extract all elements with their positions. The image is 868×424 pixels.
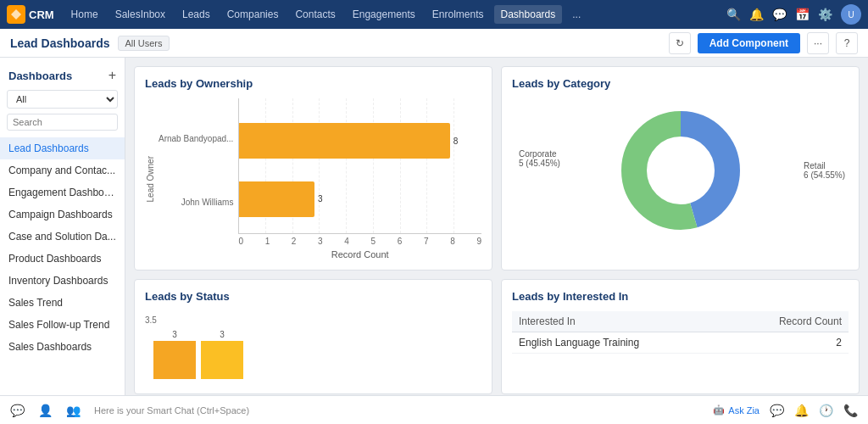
bottom-icon-user[interactable]: 👤 <box>38 404 53 417</box>
nav-salesinbox[interactable]: SalesInbox <box>108 5 172 24</box>
x-tick-4: 4 <box>344 237 349 246</box>
y-axis-title: Lead Owner <box>146 156 155 202</box>
sidebar: Dashboards + All Lead Dashboards Company… <box>0 58 125 395</box>
help-button[interactable]: ? <box>836 32 858 54</box>
sidebar-item-product[interactable]: Product Dashboards <box>0 248 125 270</box>
top-navigation: CRM Home SalesInbox Leads Companies Cont… <box>0 0 868 29</box>
row-value: 2 <box>726 332 849 354</box>
calendar-icon[interactable]: 📅 <box>795 8 810 21</box>
content-area: Leads by Ownership Lead Owner Arnab Band… <box>125 58 868 395</box>
nav-companies[interactable]: Companies <box>220 5 286 24</box>
x-tick-6: 6 <box>398 237 403 246</box>
sidebar-item-lead-dashboards[interactable]: Lead Dashboards <box>0 137 125 159</box>
app-logo[interactable]: CRM <box>7 5 54 24</box>
retail-label: Retail6 (54.55%) <box>804 161 845 180</box>
chat-icon[interactable]: 💬 <box>772 8 787 21</box>
bottom-action-4[interactable]: 📞 <box>843 404 858 417</box>
nav-contacts[interactable]: Contacts <box>288 5 342 24</box>
ownership-card: Leads by Ownership Lead Owner Arnab Band… <box>134 66 492 271</box>
bar-arnab-value: 8 <box>453 137 459 146</box>
status-bar-1-value: 3 <box>172 330 177 339</box>
category-card: Leads by Category Corporate5 (45.45%) <box>501 66 860 271</box>
bottom-icon-group[interactable]: 👥 <box>66 404 81 417</box>
status-bar-1 <box>153 341 196 379</box>
col-header-1: Interested In <box>512 311 726 332</box>
bottom-action-3[interactable]: 🕐 <box>819 404 833 417</box>
status-card: Leads by Status 3.5 3 3 <box>134 279 492 394</box>
search-icon[interactable]: 🔍 <box>726 8 741 21</box>
sidebar-item-company-contact[interactable]: Company and Contac... <box>0 159 125 181</box>
bottom-bar: 💬 👤 👥 Here is your Smart Chat (Ctrl+Spac… <box>0 395 868 424</box>
sidebar-add-button[interactable]: + <box>108 68 116 83</box>
interested-title: Leads by Interested In <box>512 290 849 303</box>
x-tick-8: 8 <box>450 237 455 246</box>
x-tick-0: 0 <box>238 237 243 246</box>
col-header-2: Record Count <box>726 311 849 332</box>
status-title: Leads by Status <box>145 290 481 303</box>
x-tick-5: 5 <box>371 237 376 246</box>
interested-table: Interested In Record Count English Langu… <box>512 311 849 354</box>
x-axis-label: Record Count <box>238 249 481 259</box>
refresh-button[interactable]: ↻ <box>669 32 691 54</box>
x-tick-7: 7 <box>424 237 429 246</box>
sidebar-item-inventory[interactable]: Inventory Dashboards <box>0 270 125 292</box>
retail-value: 6 (54.55%) <box>804 170 845 180</box>
nav-enrolments[interactable]: Enrolments <box>426 5 491 24</box>
add-component-button[interactable]: Add Component <box>698 33 800 53</box>
x-tick-1: 1 <box>265 237 270 246</box>
bottom-action-2[interactable]: 🔔 <box>794 404 809 417</box>
settings-icon[interactable]: ⚙️ <box>818 8 832 21</box>
bottom-icon-chat[interactable]: 💬 <box>10 404 25 417</box>
nav-home[interactable]: Home <box>64 5 105 24</box>
nav-dashboards[interactable]: Dashboards <box>494 5 563 24</box>
dashboard-row-2: Leads by Status 3.5 3 3 <box>134 279 860 394</box>
bell-icon[interactable]: 🔔 <box>749 8 764 21</box>
subheader-actions: ↻ Add Component ··· ? <box>669 32 858 54</box>
ownership-title: Leads by Ownership <box>145 77 481 90</box>
zia-label: Ask Zia <box>728 405 760 416</box>
sidebar-title: Dashboards <box>8 70 72 82</box>
category-title: Leads by Category <box>512 77 849 90</box>
row-label: English Language Training <box>512 332 726 354</box>
sidebar-item-sales-followup[interactable]: Sales Follow-up Trend <box>0 314 125 336</box>
y-label-0: Arnab Bandyopad... <box>159 134 233 143</box>
nav-leads[interactable]: Leads <box>175 5 217 24</box>
nav-more[interactable]: ... <box>565 5 587 24</box>
sidebar-item-sales-dashboards[interactable]: Sales Dashboards <box>0 336 125 358</box>
sidebar-item-campaign[interactable]: Campaign Dashboards <box>0 204 125 226</box>
filter-select[interactable]: All <box>7 90 118 109</box>
bottom-action-1[interactable]: 💬 <box>770 404 784 417</box>
subheader: Lead Dashboards All Users ↻ Add Componen… <box>0 29 868 58</box>
y-label-1: John Williams <box>159 198 233 207</box>
sidebar-header: Dashboards + <box>0 64 125 90</box>
page-title: Lead Dashboards <box>10 36 109 50</box>
sidebar-item-engagement[interactable]: Engagement Dashboa... <box>0 181 125 204</box>
corporate-label: Corporate5 (45.45%) <box>519 149 560 168</box>
status-bar-2-value: 3 <box>220 330 225 339</box>
sidebar-item-case-solution[interactable]: Case and Solution Da... <box>0 226 125 248</box>
donut-chart <box>613 103 748 238</box>
sidebar-filter: All <box>0 90 125 114</box>
nav-action-icons: 🔍 🔔 💬 📅 ⚙️ U <box>726 4 861 25</box>
interested-card: Leads by Interested In Interested In Rec… <box>501 279 860 394</box>
zia-icon: 🤖 <box>713 404 725 416</box>
bottom-right-actions: 🤖 Ask Zia 💬 🔔 🕐 📞 <box>713 404 858 417</box>
ask-zia-button[interactable]: 🤖 Ask Zia <box>713 404 760 416</box>
main-layout: Dashboards + All Lead Dashboards Company… <box>0 58 868 395</box>
search-input[interactable] <box>7 114 118 131</box>
status-bar-2 <box>201 341 243 379</box>
logo-icon <box>7 5 25 24</box>
logo-text: CRM <box>29 8 54 21</box>
more-options-button[interactable]: ··· <box>807 32 829 54</box>
smart-chat-hint: Here is your Smart Chat (Ctrl+Space) <box>94 405 699 416</box>
users-badge[interactable]: All Users <box>118 36 169 51</box>
dashboard-row-1: Leads by Ownership Lead Owner Arnab Band… <box>134 66 860 271</box>
bar-arnab <box>239 123 449 159</box>
table-row: English Language Training 2 <box>512 332 849 354</box>
user-avatar[interactable]: U <box>841 4 861 25</box>
sidebar-item-sales-trend[interactable]: Sales Trend <box>0 292 125 314</box>
x-tick-3: 3 <box>318 237 323 246</box>
sidebar-search <box>0 114 125 137</box>
status-y-max: 3.5 <box>145 315 481 325</box>
nav-engagements[interactable]: Engagements <box>346 5 422 24</box>
